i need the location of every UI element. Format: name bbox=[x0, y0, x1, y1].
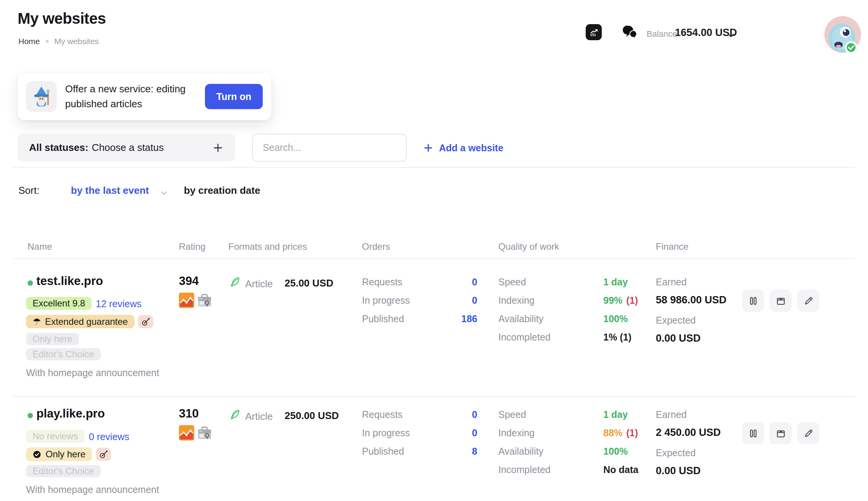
availability-label: Availability bbox=[498, 313, 544, 324]
expected-value: 0.00 USD bbox=[656, 465, 701, 477]
dart-icon bbox=[99, 450, 108, 459]
status-filter-prefix: All statuses: bbox=[29, 142, 88, 154]
plus-icon bbox=[423, 143, 433, 153]
pause-icon bbox=[748, 428, 758, 439]
archive-button[interactable] bbox=[770, 290, 792, 312]
website-name-link[interactable]: play.like.pro bbox=[36, 407, 105, 421]
article-feather-icon bbox=[229, 408, 241, 422]
pencil-icon bbox=[803, 296, 814, 306]
user-avatar[interactable] bbox=[824, 16, 861, 53]
requests-label: Requests bbox=[362, 409, 403, 420]
editors-choice-badge: Editor's Choice bbox=[26, 348, 101, 360]
in-progress-label: In progress bbox=[362, 295, 410, 306]
pause-button[interactable] bbox=[742, 290, 764, 312]
add-website-button[interactable]: Add a website bbox=[423, 140, 503, 156]
reviews-link[interactable]: 0 reviews bbox=[89, 431, 129, 442]
earned-value: 2 450.00 USD bbox=[656, 427, 721, 439]
homepage-note: With homepage announcement bbox=[26, 484, 159, 495]
stats-button[interactable] bbox=[586, 24, 602, 40]
pause-icon bbox=[748, 296, 758, 306]
format-price: 250.00 USD bbox=[285, 410, 339, 422]
balance-caret-down-icon[interactable] bbox=[728, 32, 734, 39]
breadcrumb-home-link[interactable]: Home bbox=[18, 37, 40, 46]
dart-badge bbox=[96, 448, 111, 461]
speed-value: 1 day bbox=[603, 409, 628, 420]
expected-label: Expected bbox=[656, 315, 696, 326]
incompleted-label: Incompleted bbox=[498, 464, 550, 475]
availability-value: 100% bbox=[603, 446, 628, 457]
pause-button[interactable] bbox=[742, 422, 764, 444]
reviews-link[interactable]: 12 reviews bbox=[96, 298, 142, 309]
published-label: Published bbox=[362, 313, 404, 324]
extended-guarantee-badge: ☂ Extended guarantee bbox=[26, 315, 134, 328]
sort-option-creation-date[interactable]: by creation date bbox=[184, 185, 260, 196]
incompleted-value: 1% (1) bbox=[603, 332, 632, 343]
rating-value: 310 bbox=[179, 407, 199, 421]
dart-icon bbox=[141, 318, 150, 326]
edit-button[interactable] bbox=[797, 290, 819, 312]
column-header-formats: Formats and prices bbox=[228, 241, 307, 252]
umbrella-icon: ☂ bbox=[33, 317, 41, 326]
breadcrumb: Home My websites bbox=[18, 37, 99, 46]
verified-check-badge-icon bbox=[846, 42, 857, 53]
indexing-value: 99% (1) bbox=[603, 295, 638, 306]
archive-icon bbox=[776, 428, 786, 439]
divider bbox=[13, 167, 855, 168]
search-console-icon[interactable] bbox=[197, 293, 212, 309]
google-analytics-icon[interactable] bbox=[179, 293, 194, 309]
availability-value: 100% bbox=[603, 313, 628, 324]
wizard-emoji-icon bbox=[26, 81, 57, 112]
sort-option-last-event[interactable]: by the last event bbox=[71, 185, 149, 196]
plus-icon bbox=[212, 142, 224, 154]
requests-value[interactable]: 0 bbox=[421, 409, 477, 420]
search-console-icon[interactable] bbox=[197, 425, 212, 442]
earned-label: Earned bbox=[656, 277, 687, 288]
published-value[interactable]: 8 bbox=[421, 446, 477, 457]
column-header-rating: Rating bbox=[179, 241, 205, 252]
turn-on-button[interactable]: Turn on bbox=[205, 84, 263, 109]
indexing-value: 88% (1) bbox=[603, 427, 638, 439]
my-websites-page: My websites Home My websites Balance 165… bbox=[0, 0, 868, 501]
column-header-name: Name bbox=[28, 241, 52, 252]
in-progress-label: In progress bbox=[362, 427, 410, 439]
balance-label: Balance bbox=[647, 29, 677, 39]
speed-label: Speed bbox=[498, 277, 526, 288]
status-filter-value: Choose a status bbox=[92, 142, 164, 154]
rating-value: 394 bbox=[179, 274, 199, 288]
in-progress-value[interactable]: 0 bbox=[421, 295, 477, 306]
archive-icon bbox=[776, 296, 786, 306]
chat-button[interactable] bbox=[622, 24, 639, 41]
archive-button[interactable] bbox=[770, 422, 792, 444]
availability-label: Availability bbox=[498, 446, 544, 457]
dart-badge bbox=[138, 315, 153, 328]
in-progress-value[interactable]: 0 bbox=[421, 427, 477, 439]
edit-button[interactable] bbox=[797, 422, 819, 444]
requests-value[interactable]: 0 bbox=[421, 277, 477, 288]
status-filter[interactable]: All statuses: Choose a status bbox=[18, 134, 235, 162]
incompleted-value: No data bbox=[603, 464, 639, 475]
status-dot bbox=[28, 413, 33, 418]
published-value[interactable]: 186 bbox=[421, 313, 477, 324]
pencil-icon bbox=[803, 428, 814, 439]
divider bbox=[13, 396, 855, 397]
speed-label: Speed bbox=[498, 409, 526, 420]
website-name-link[interactable]: test.like.pro bbox=[36, 274, 103, 288]
breadcrumb-separator-dot bbox=[46, 40, 49, 43]
earned-value: 58 986.00 USD bbox=[656, 294, 727, 306]
requests-label: Requests bbox=[362, 277, 403, 288]
promo-banner: Offer a new service: editing published a… bbox=[18, 73, 271, 120]
article-feather-icon bbox=[229, 276, 241, 290]
status-dot bbox=[28, 280, 33, 286]
search-input[interactable] bbox=[252, 134, 407, 162]
indexing-note: (1) bbox=[626, 295, 638, 306]
extended-guarantee-label: Extended guarantee bbox=[45, 316, 128, 327]
sort-caret-down-icon[interactable] bbox=[161, 190, 167, 196]
format-type: Article bbox=[245, 411, 273, 422]
expected-value: 0.00 USD bbox=[656, 332, 701, 344]
speed-value: 1 day bbox=[603, 277, 628, 288]
sort-label: Sort: bbox=[18, 185, 39, 196]
column-header-orders: Orders bbox=[362, 241, 390, 252]
google-analytics-icon[interactable] bbox=[179, 425, 194, 442]
column-header-finance: Finance bbox=[656, 241, 688, 252]
expected-label: Expected bbox=[656, 447, 696, 458]
